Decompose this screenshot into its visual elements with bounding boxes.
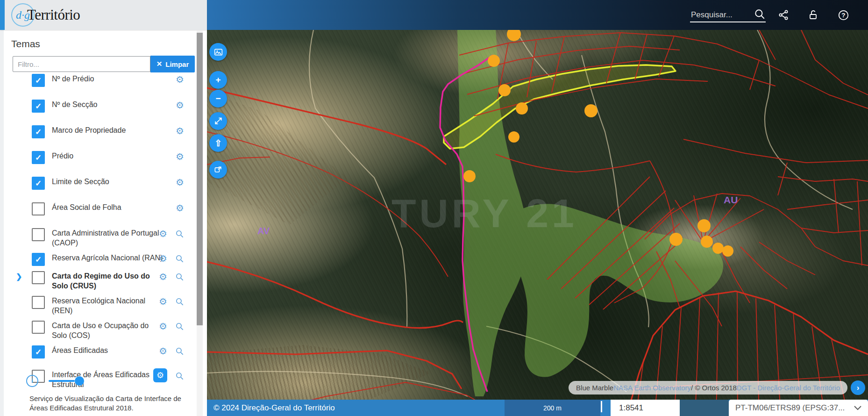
lock-icon[interactable] <box>808 9 819 21</box>
theme-checkbox[interactable] <box>32 321 45 334</box>
gear-icon[interactable]: ⚙ <box>159 253 167 264</box>
map-watermark: TURY 21 <box>391 191 577 236</box>
gear-icon[interactable]: ⚙ <box>176 151 184 162</box>
export-view-button[interactable] <box>209 161 227 179</box>
sidebar-scrollbar-track[interactable] <box>197 31 203 416</box>
search-icon[interactable] <box>175 347 184 356</box>
zone-label-au: AU <box>724 194 738 205</box>
gear-icon[interactable]: ⚙ <box>159 321 167 332</box>
theme-label: Prédio <box>52 151 165 161</box>
theme-row: ✓Nº de Prédio⚙ <box>0 74 196 87</box>
opacity-slider[interactable] <box>49 376 89 386</box>
zoom-out-button[interactable]: − <box>209 90 227 108</box>
filter-input[interactable] <box>13 56 150 72</box>
theme-row: Área Social de Folha⚙ <box>0 202 196 215</box>
filter-row: ✕ Limpar <box>13 56 195 73</box>
theme-checkbox[interactable]: ✓ <box>32 74 45 87</box>
search-icon[interactable] <box>175 372 184 380</box>
info-icon[interactable]: i <box>26 375 38 387</box>
projection-label: PT-TM06/ETRS89 (EPSG:37... <box>735 403 854 413</box>
sidebar-scrollbar-thumb[interactable] <box>197 33 203 325</box>
scale-bar-label: 200 m <box>543 404 562 412</box>
dgt-logo[interactable]: d·g Território <box>11 3 80 27</box>
gear-icon[interactable]: ⚙ <box>176 74 184 85</box>
theme-checkbox[interactable] <box>32 202 45 215</box>
gear-icon[interactable]: ⚙ <box>176 202 184 214</box>
sidebar-title: Temas <box>11 38 40 50</box>
zone-label-av: AV <box>257 226 270 236</box>
attribution-bar: Blue Marble NASA Earth Observatory / © O… <box>569 381 847 394</box>
search-icon[interactable] <box>754 8 766 20</box>
attribution-link-dgt[interactable]: DGT - Direção-Geral do Território <box>737 384 840 392</box>
attribution-link-nasa[interactable]: NASA Earth Observatory <box>613 384 691 392</box>
gear-icon[interactable]: ⚙ <box>159 271 167 282</box>
theme-row: Carta de Uso e Ocupação do Solo (COS)⚙ <box>0 321 196 340</box>
theme-label: Área Social de Folha <box>52 202 165 212</box>
clear-filter-button[interactable]: ✕ Limpar <box>150 56 195 72</box>
search-icon[interactable] <box>175 230 184 238</box>
attribution-text: / © Ortos 2018 <box>691 384 737 392</box>
theme-row: ✓Prédio⚙ <box>0 151 196 164</box>
search-icon[interactable] <box>175 273 184 281</box>
theme-checkbox[interactable]: ✓ <box>32 177 45 190</box>
scale-value-input[interactable]: 1:8541 <box>611 400 680 416</box>
theme-checkbox[interactable] <box>32 271 45 284</box>
gear-icon[interactable]: ⚙ <box>159 296 167 307</box>
pan-up-button[interactable]: ⇧ <box>209 134 227 152</box>
theme-row: ❯Carta do Regime do Uso do Solo (CRUS)⚙ <box>0 271 196 291</box>
svg-text:?: ? <box>841 12 845 19</box>
theme-row: Carta Administrativa de Portugal (CAOP)⚙ <box>0 228 196 248</box>
themes-list: ✓Nº de Prédio⚙✓Nº de Secção⚙✓Marco de Pr… <box>0 74 196 394</box>
chevron-down-icon <box>854 406 861 410</box>
theme-label: Nº de Secção <box>52 100 165 109</box>
status-bar: © 2024 Direção-Geral do Território 200 m… <box>207 400 868 416</box>
clear-icon: ✕ <box>157 60 163 68</box>
theme-label: Nº de Prédio <box>52 74 165 84</box>
theme-checkbox[interactable]: ✓ <box>32 345 45 359</box>
gear-icon[interactable]: ⚙ <box>176 177 184 188</box>
theme-row: ✓Reserva Agrícola Nacional (RAN)⚙ <box>0 253 196 266</box>
zoom-extent-button[interactable]: ⤢ <box>209 112 227 130</box>
theme-checkbox[interactable]: ✓ <box>32 253 45 266</box>
help-icon[interactable]: ? <box>838 9 849 21</box>
theme-label: Carta de Uso e Ocupação do Solo (COS) <box>52 321 165 340</box>
theme-label: Reserva Agrícola Nacional (RAN) <box>52 253 165 263</box>
map-top-bar: ? <box>207 0 868 30</box>
slider-knob[interactable] <box>75 376 84 386</box>
gear-icon[interactable]: ⚙ <box>159 228 167 239</box>
share-icon[interactable] <box>778 9 789 21</box>
gear-icon[interactable]: ⚙ <box>176 125 184 136</box>
clear-filter-label: Limpar <box>165 60 189 68</box>
theme-checkbox[interactable] <box>32 296 45 309</box>
theme-row: ✓Áreas Edificadas⚙ <box>0 345 196 359</box>
map-search-input[interactable] <box>690 10 752 20</box>
gear-icon[interactable]: ⚙ <box>153 368 167 382</box>
minus-icon: − <box>215 93 221 104</box>
theme-row: ✓Marco de Propriedade⚙ <box>0 125 196 138</box>
theme-checkbox[interactable]: ✓ <box>32 125 45 138</box>
search-icon[interactable] <box>175 322 184 331</box>
scale-bar-tick <box>601 401 602 412</box>
search-icon[interactable] <box>175 297 184 306</box>
statusbar-spacer <box>680 400 729 416</box>
theme-label: Marco de Propriedade <box>52 125 165 135</box>
scale-bar: 200 m <box>505 400 600 416</box>
expand-chevron-icon[interactable]: ❯ <box>16 272 22 281</box>
opacity-slider-row: i <box>26 375 89 387</box>
theme-label: Carta do Regime do Uso do Solo (CRUS) <box>52 271 165 291</box>
theme-checkbox[interactable]: ✓ <box>32 100 45 113</box>
attribution-next-button[interactable]: › <box>851 380 865 395</box>
map-overlay-layers: TURY 21 AV AU <box>207 0 868 416</box>
gear-icon[interactable]: ⚙ <box>176 100 184 111</box>
copyright-text: © 2024 Direção-Geral do Território <box>213 400 335 416</box>
map-canvas[interactable]: TURY 21 AV AU <box>207 0 868 416</box>
basemap-button[interactable] <box>209 43 227 61</box>
gear-icon[interactable]: ⚙ <box>159 345 167 357</box>
zoom-in-button[interactable]: + <box>209 71 227 89</box>
search-icon[interactable] <box>175 254 184 263</box>
projection-select[interactable]: PT-TM06/ETRS89 (EPSG:37... <box>729 400 868 416</box>
theme-checkbox[interactable] <box>32 228 45 241</box>
arrow-up-icon: ⇧ <box>214 138 222 149</box>
service-note: Serviço de Visualização da Carta de Inte… <box>29 394 199 413</box>
theme-checkbox[interactable]: ✓ <box>32 151 45 164</box>
